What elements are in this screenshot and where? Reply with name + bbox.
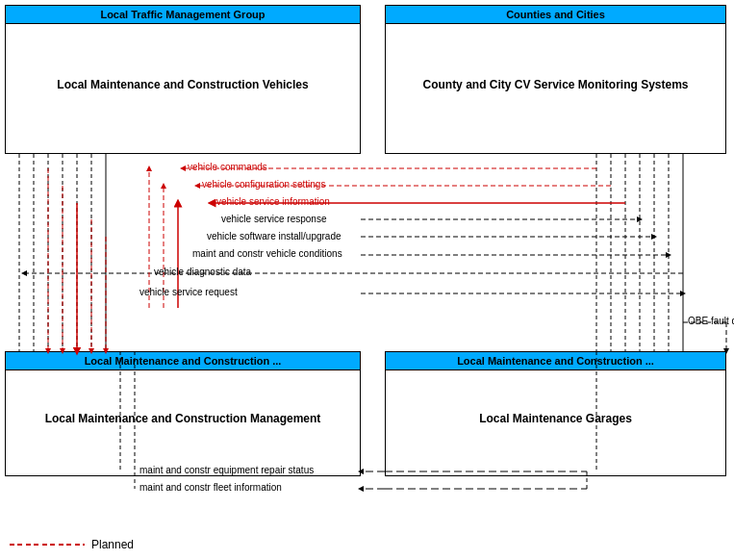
label-vehicle-service-info: vehicle service information — [216, 196, 330, 207]
box-lmcm-header: Local Maintenance and Construction ... — [6, 352, 360, 370]
box-local-traffic-management-group: Local Traffic Management Group Local Mai… — [5, 5, 361, 154]
box-lmg-body: Local Maintenance Garages — [386, 370, 725, 467]
legend: Planned — [10, 537, 134, 552]
legend-line-svg — [10, 537, 87, 552]
label-vehicle-config: vehicle configuration settings — [202, 179, 325, 190]
legend-label: Planned — [91, 538, 134, 551]
box-local-maintenance-construction-management: Local Maintenance and Construction ... L… — [5, 351, 361, 476]
box-counties-cities: Counties and Cities County and City CV S… — [385, 5, 726, 154]
label-obe-fault-data: OBE fault data — [688, 316, 734, 326]
box-tlmg-body: Local Maintenance and Construction Vehic… — [6, 24, 360, 144]
box-lmcm-body: Local Maintenance and Construction Manag… — [6, 370, 360, 467]
box-lmg-header: Local Maintenance and Construction ... — [386, 352, 725, 370]
label-equipment-repair: maint and constr equipment repair status — [139, 465, 314, 475]
label-maint-vehicle-conditions: maint and constr vehicle conditions — [192, 248, 342, 259]
label-vehicle-commands: vehicle commands — [188, 162, 267, 172]
box-cc-header: Counties and Cities — [386, 6, 725, 24]
label-fleet-information: maint and constr fleet information — [139, 482, 282, 493]
box-local-maintenance-garages: Local Maintenance and Construction ... L… — [385, 351, 726, 476]
label-vehicle-software: vehicle software install/upgrade — [207, 231, 342, 242]
box-cc-body: County and City CV Service Monitoring Sy… — [386, 24, 725, 144]
diagram-container: Local Traffic Management Group Local Mai… — [0, 0, 734, 560]
label-vehicle-service-response: vehicle service response — [221, 214, 327, 224]
label-vehicle-diagnostic: vehicle diagnostic data — [154, 267, 251, 277]
label-vehicle-service-request: vehicle service request — [139, 287, 238, 297]
box-tlmg-header: Local Traffic Management Group — [6, 6, 360, 24]
